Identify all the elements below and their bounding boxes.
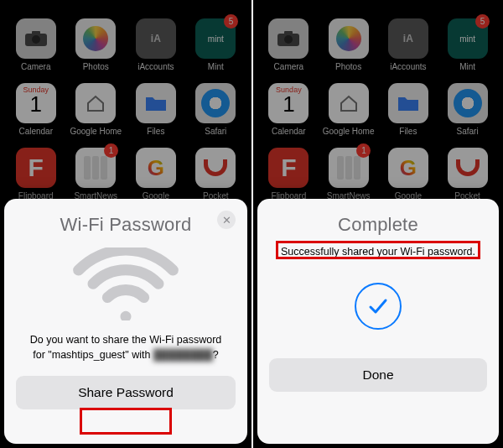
notification-badge: 1: [104, 143, 118, 158]
phone-screenshot-right: CameraPhotosiAiAccountsmint5MintSunday1C…: [252, 0, 503, 448]
app-photos[interactable]: Photos: [323, 18, 375, 71]
app-label: Calendar: [18, 127, 53, 136]
app-icon: [195, 83, 236, 123]
app-label: Safari: [205, 127, 226, 136]
app-icon: [448, 148, 488, 188]
app-label: Files: [147, 127, 164, 136]
app-label: Files: [399, 127, 417, 136]
app-label: iAccounts: [390, 62, 426, 71]
app-safari[interactable]: Safari: [190, 83, 241, 136]
svg-rect-2: [32, 31, 40, 35]
app-label: Photos: [83, 62, 109, 71]
share-password-button[interactable]: Share Password: [16, 376, 236, 409]
app-mint[interactable]: mint5Mint: [190, 18, 241, 71]
notification-badge: 1: [356, 143, 371, 158]
app-label: Mint: [459, 62, 475, 71]
app-camera[interactable]: Camera: [263, 18, 314, 71]
app-label: Google Home: [70, 127, 122, 136]
app-icon: F: [268, 148, 309, 188]
svg-rect-5: [284, 31, 293, 35]
app-icon: Sunday1: [16, 83, 56, 123]
app-icon: [195, 148, 236, 188]
wifi-icon: [71, 247, 180, 324]
app-icon: F: [16, 148, 56, 188]
app-icon: [329, 83, 369, 123]
app-iaccounts[interactable]: iAiAccounts: [130, 18, 181, 71]
checkmark-icon: [355, 283, 402, 330]
svg-point-1: [32, 35, 40, 44]
app-icon: Sunday1: [268, 83, 309, 123]
app-files[interactable]: Files: [130, 83, 181, 136]
app-google-home[interactable]: Google Home: [323, 83, 375, 136]
done-button[interactable]: Done: [269, 358, 487, 392]
notification-badge: 5: [475, 14, 490, 29]
app-icon: [388, 83, 428, 123]
home-screen: CameraPhotosiAiAccountsmint5MintSunday1C…: [0, 0, 252, 201]
wifi-password-sheet: ✕ Wi-Fi Password Do you want to share th…: [4, 199, 247, 444]
app-files[interactable]: Files: [382, 83, 433, 136]
svg-point-4: [284, 35, 293, 44]
app-label: iAccounts: [137, 62, 174, 71]
app-label: Mint: [208, 62, 224, 71]
wifi-complete-sheet: Complete Successfully shared your Wi-Fi …: [257, 199, 499, 444]
app-google-home[interactable]: Google Home: [70, 83, 122, 136]
home-screen: CameraPhotosiAiAccountsmint5MintSunday1C…: [253, 0, 503, 201]
close-button[interactable]: ✕: [217, 211, 236, 229]
app-icon: [75, 83, 116, 123]
app-icon: [268, 18, 309, 59]
app-calendar[interactable]: Sunday1Calendar: [263, 83, 314, 136]
notification-badge: 5: [224, 14, 238, 29]
app-label: Photos: [335, 62, 361, 71]
app-iaccounts[interactable]: iAiAccounts: [382, 18, 433, 71]
app-smartnews[interactable]: 1SmartNews: [323, 148, 375, 201]
app-label: Camera: [274, 62, 304, 71]
app-icon: iA: [388, 18, 428, 59]
app-label: Calendar: [272, 127, 306, 136]
sheet-message: Successfully shared your Wi-Fi password.: [269, 244, 487, 259]
contact-name-redacted: ████████: [153, 349, 213, 361]
app-flipboard[interactable]: FFlipboard: [263, 148, 314, 201]
app-photos[interactable]: Photos: [70, 18, 122, 71]
app-pocket[interactable]: Pocket: [190, 148, 241, 201]
app-label: Safari: [457, 127, 479, 136]
app-smartnews[interactable]: 1SmartNews: [70, 148, 122, 201]
app-icon: [75, 18, 116, 59]
phone-screenshot-left: CameraPhotosiAiAccountsmint5MintSunday1C…: [0, 0, 252, 448]
app-google[interactable]: GGoogle: [130, 148, 181, 201]
app-icon: [329, 18, 369, 59]
sheet-message: Do you want to share the Wi-Fi password …: [16, 332, 236, 362]
sheet-title: Wi-Fi Password: [16, 214, 236, 236]
app-label: Google Home: [323, 127, 375, 136]
app-icon: G: [136, 148, 176, 188]
app-flipboard[interactable]: FFlipboard: [10, 148, 61, 201]
app-icon: iA: [136, 18, 176, 59]
app-mint[interactable]: mint5Mint: [442, 18, 493, 71]
app-label: Camera: [21, 62, 51, 71]
app-pocket[interactable]: Pocket: [442, 148, 493, 201]
app-google[interactable]: GGoogle: [382, 148, 433, 201]
annotation-share-button: [80, 408, 172, 435]
app-calendar[interactable]: Sunday1Calendar: [10, 83, 61, 136]
app-icon: [136, 83, 176, 123]
close-icon: ✕: [222, 214, 231, 227]
sheet-title: Complete: [269, 214, 487, 236]
app-safari[interactable]: Safari: [442, 83, 493, 136]
app-icon: G: [388, 148, 428, 188]
app-icon: [448, 83, 488, 123]
app-camera[interactable]: Camera: [10, 18, 61, 71]
app-icon: [16, 18, 56, 59]
